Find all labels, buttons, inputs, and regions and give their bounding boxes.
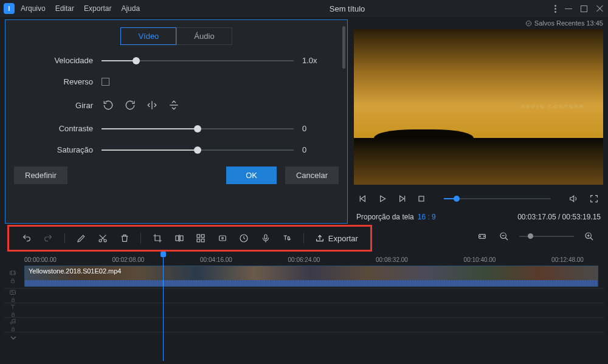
contrast-label: Contraste	[14, 124, 93, 133]
menu-export[interactable]: Exportar	[84, 4, 111, 13]
svg-line-28	[505, 238, 508, 240]
close-button[interactable]	[596, 4, 604, 13]
prev-frame-icon[interactable]	[356, 192, 370, 205]
time-display: 00:03:17.05 / 00:53:19.15	[517, 213, 601, 221]
speed-label: Velocidade	[14, 56, 93, 65]
seek-slider[interactable]	[444, 198, 551, 199]
contrast-value: 0	[302, 124, 339, 133]
svg-point-0	[526, 21, 531, 26]
minimize-button[interactable]	[565, 9, 572, 9]
delete-icon[interactable]	[119, 232, 130, 245]
tts-icon[interactable]	[282, 232, 292, 245]
video-preview[interactable]: KEVIN COSTNER	[354, 29, 603, 185]
flip-horizontal-icon[interactable]	[145, 98, 159, 112]
app-logo: I	[4, 3, 15, 14]
reset-button[interactable]: Redefinir	[14, 167, 67, 184]
rotate-label: Girar	[14, 101, 93, 110]
saturation-label: Saturação	[14, 145, 93, 154]
duration-icon[interactable]	[238, 232, 249, 245]
svg-marker-3	[381, 196, 385, 201]
timeline-ruler[interactable]: 00:00:00.0000:02:08.0000:04:16.0000:06:2…	[0, 253, 608, 264]
rotate-cw-icon[interactable]	[123, 98, 137, 112]
export-button[interactable]: Exportar	[315, 233, 358, 243]
text-track-icon	[9, 303, 17, 311]
svg-rect-6	[419, 196, 424, 201]
more-icon[interactable]	[554, 5, 556, 13]
svg-rect-15	[197, 235, 200, 238]
svg-rect-13	[180, 236, 183, 241]
svg-marker-4	[400, 196, 404, 201]
ok-button[interactable]: OK	[226, 167, 277, 184]
cancel-button[interactable]: Cancelar	[285, 167, 339, 184]
video-track-icon	[8, 269, 18, 276]
lock-icon[interactable]	[10, 312, 16, 317]
zoom-in-icon[interactable]	[582, 230, 596, 243]
flip-vertical-icon[interactable]	[167, 98, 181, 112]
svg-point-42	[10, 322, 12, 324]
saturation-value: 0	[302, 145, 339, 154]
zoom-slider[interactable]	[519, 236, 574, 237]
crop-icon[interactable]	[152, 232, 163, 245]
svg-rect-41	[12, 314, 15, 316]
menu-file[interactable]: Arquivo	[21, 4, 46, 13]
svg-point-39	[12, 291, 13, 292]
menu-edit[interactable]: Editar	[55, 4, 74, 13]
svg-line-31	[590, 238, 593, 240]
lock-icon[interactable]	[10, 278, 16, 284]
maximize-button[interactable]	[581, 5, 587, 12]
video-clip[interactable]: Yellowstone.2018.S01E02.mp4	[24, 266, 598, 287]
grid-icon[interactable]	[195, 232, 206, 245]
svg-rect-37	[12, 280, 15, 283]
svg-rect-22	[264, 235, 267, 239]
speed-value: 1.0x	[302, 56, 339, 65]
svg-rect-12	[176, 236, 179, 241]
music-track-icon	[9, 318, 17, 325]
play-icon[interactable]	[376, 192, 389, 205]
svg-rect-18	[201, 239, 204, 242]
svg-point-43	[13, 321, 15, 323]
panel-scrollbar[interactable]	[342, 26, 345, 69]
cut-icon[interactable]	[97, 232, 108, 245]
lock-icon[interactable]	[10, 297, 16, 303]
svg-rect-16	[201, 235, 204, 238]
save-status: Salvos Recentes 13:45	[354, 19, 603, 27]
undo-icon[interactable]	[21, 232, 32, 245]
record-icon[interactable]	[217, 232, 228, 245]
ratio-label: Proporção da tela	[356, 213, 414, 221]
svg-marker-1	[361, 196, 365, 201]
zoom-out-icon[interactable]	[497, 230, 511, 243]
next-frame-icon[interactable]	[395, 192, 409, 205]
split-icon[interactable]	[174, 232, 185, 245]
fullscreen-icon[interactable]	[587, 192, 601, 205]
rotate-ccw-icon[interactable]	[102, 98, 115, 112]
lock-icon[interactable]	[10, 326, 16, 332]
speed-slider[interactable]	[102, 60, 294, 61]
saturation-slider[interactable]	[102, 149, 294, 151]
properties-panel: Vídeo Áudio Velocidade 1.0x Reverso Gira…	[5, 19, 348, 224]
tab-video[interactable]: Vídeo	[120, 27, 176, 45]
svg-rect-40	[12, 300, 15, 301]
mic-icon[interactable]	[260, 232, 271, 245]
image-track-icon	[9, 289, 17, 296]
tab-audio[interactable]: Áudio	[176, 27, 232, 45]
preview-credit: KEVIN COSTNER	[522, 104, 585, 109]
edit-icon[interactable]	[76, 232, 87, 245]
reverse-checkbox[interactable]	[102, 78, 109, 86]
svg-rect-19	[219, 236, 226, 241]
svg-rect-38	[10, 290, 16, 295]
volume-icon[interactable]	[567, 192, 580, 205]
redo-icon[interactable]	[43, 232, 54, 245]
window-title: Sem título	[140, 4, 554, 13]
ratio-value[interactable]: 16 : 9	[418, 213, 436, 221]
timeline-toolbar: Exportar	[7, 225, 372, 252]
playhead[interactable]	[163, 252, 164, 361]
menu-help[interactable]: Ajuda	[121, 4, 140, 13]
contrast-slider[interactable]	[102, 128, 294, 129]
fit-icon[interactable]	[475, 230, 489, 243]
svg-rect-17	[197, 239, 200, 242]
svg-marker-7	[570, 196, 574, 201]
svg-point-20	[221, 238, 223, 239]
stop-icon[interactable]	[415, 192, 428, 205]
svg-rect-34	[10, 271, 16, 275]
chevron-down-icon[interactable]	[9, 335, 18, 341]
